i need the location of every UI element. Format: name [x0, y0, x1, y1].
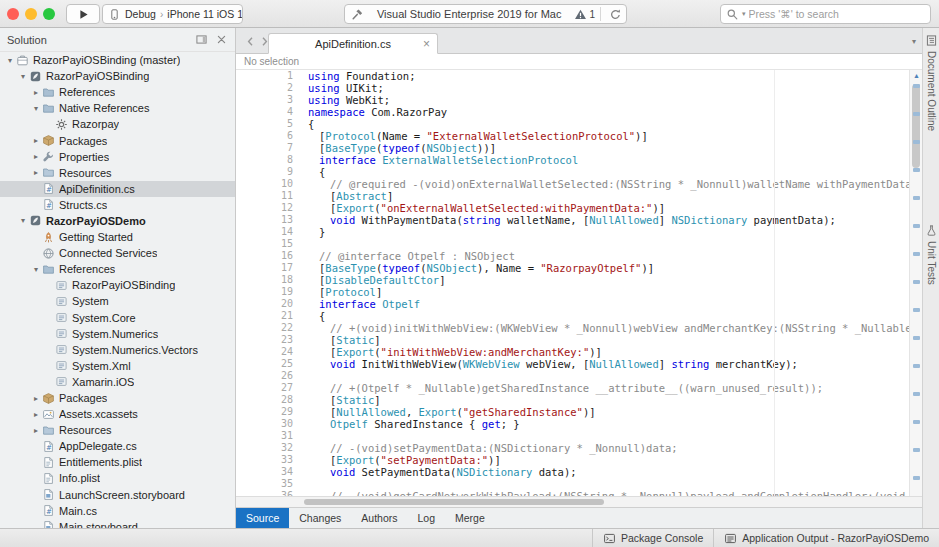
tree-item-system-xml[interactable]: System.Xml	[0, 358, 235, 374]
collapse-icon[interactable]: ▾	[30, 265, 42, 274]
line-number[interactable]: 10	[236, 178, 293, 190]
tree-item-razorpayiosbinding[interactable]: RazorPayiOSBinding	[0, 277, 235, 293]
tree-item-razorpay[interactable]: Razorpay	[0, 116, 235, 132]
code-line[interactable]: // -(void)setPaymentData:(NSDictionary *…	[308, 442, 909, 454]
line-number[interactable]: 15	[236, 238, 293, 250]
code-line[interactable]: }	[308, 226, 909, 238]
code-line[interactable]: using WebKit;	[308, 94, 909, 106]
line-number[interactable]: 32	[236, 442, 293, 454]
code-line[interactable]	[308, 370, 909, 382]
expand-icon[interactable]: ▸	[30, 394, 42, 403]
tree-item-xamarin-ios[interactable]: Xamarin.iOS	[0, 374, 235, 390]
tree-item-launchscreen-storyboard[interactable]: LaunchScreen.storyboard	[0, 487, 235, 503]
subtab-log[interactable]: Log	[408, 508, 446, 528]
tab-close-icon[interactable]: ×	[423, 37, 430, 51]
tree-item-packages[interactable]: ▸Packages	[0, 132, 235, 148]
horizontal-scrollbar-thumb[interactable]	[304, 499, 604, 505]
code-line[interactable]	[308, 478, 909, 490]
code-line[interactable]: [NullAllowed, Export("getSharedInstance"…	[308, 406, 909, 418]
code-line[interactable]: // +(Otpelf * _Nullable)getSharedInstanc…	[308, 382, 909, 394]
close-panel-icon[interactable]	[215, 33, 228, 46]
horizontal-scrollbar[interactable]	[236, 496, 922, 507]
tab-list-caret-icon[interactable]: ▾	[912, 37, 916, 46]
tree-item-references[interactable]: ▾References	[0, 261, 235, 277]
scroll-up-icon[interactable]: ▲	[913, 72, 920, 79]
expand-icon[interactable]: ▸	[30, 426, 42, 435]
line-number[interactable]: 7	[236, 142, 293, 154]
line-number[interactable]: 5	[236, 118, 293, 130]
expand-icon[interactable]: ▸	[30, 168, 42, 177]
line-number[interactable]: 17	[236, 262, 293, 274]
line-number[interactable]: 28	[236, 394, 293, 406]
expand-icon[interactable]: ▸	[30, 410, 42, 419]
code-line[interactable]: // @required -(void)onExternalWalletSele…	[308, 178, 909, 190]
tree-item-references[interactable]: ▸References	[0, 84, 235, 100]
code-line[interactable]: namespace Com.RazorPay	[308, 106, 909, 118]
code-line[interactable]: {	[308, 118, 909, 130]
subtab-changes[interactable]: Changes	[289, 508, 351, 528]
run-button[interactable]	[66, 4, 100, 24]
tree-item-entitlements-plist[interactable]: Entitlements.plist	[0, 454, 235, 470]
line-number[interactable]: 14	[236, 226, 293, 238]
window-close-button[interactable]	[7, 8, 19, 20]
code-line[interactable]: Otpelf SharedInstance { get; }	[308, 418, 909, 430]
dock-panel-icon[interactable]	[195, 33, 208, 46]
tree-item-system-numerics-vectors[interactable]: System.Numerics.Vectors	[0, 342, 235, 358]
tree-item-razorpayiosbinding-master[interactable]: ▾RazorPayiOSBinding (master)	[0, 52, 235, 68]
line-number[interactable]: 8	[236, 154, 293, 166]
window-minimize-button[interactable]	[25, 8, 37, 20]
rail-item-unit-tests[interactable]: Unit Tests	[923, 224, 939, 285]
code-line[interactable]: {	[308, 310, 909, 322]
line-number[interactable]: 9	[236, 166, 293, 178]
line-number[interactable]: 27	[236, 382, 293, 394]
updates-button[interactable]	[606, 8, 624, 21]
code-line[interactable]: [Export("onExternalWalletSelected:withPa…	[308, 202, 909, 214]
collapse-icon[interactable]: ▾	[17, 216, 29, 225]
code-line[interactable]: void WithPaymentData(string walletName, …	[308, 214, 909, 226]
run-configuration-selector[interactable]: Debug › iPhone 11 iOS 13.3	[102, 4, 243, 24]
code-line[interactable]: using UIKit;	[308, 82, 909, 94]
line-number[interactable]: 16	[236, 250, 293, 262]
code-line[interactable]	[308, 238, 909, 250]
subtab-authors[interactable]: Authors	[351, 508, 407, 528]
line-number[interactable]: 33	[236, 454, 293, 466]
tab-apidefinition[interactable]: ApiDefinition.cs ×	[268, 33, 438, 54]
expand-icon[interactable]: ▸	[30, 136, 42, 145]
code-lines[interactable]: using Foundation;using UIKit;using WebKi…	[308, 70, 909, 496]
warnings-button[interactable]: 1	[574, 8, 595, 21]
line-number[interactable]: 22	[236, 322, 293, 334]
tree-item-info-plist[interactable]: Info.plist	[0, 470, 235, 486]
code-line[interactable]: // @interface Otpelf : NSObject	[308, 250, 909, 262]
line-number[interactable]: 24	[236, 346, 293, 358]
navigate-back-icon[interactable]	[244, 35, 257, 48]
expand-icon[interactable]: ▸	[30, 88, 42, 97]
line-number-gutter[interactable]: 1234567891011121314151617181920212223242…	[236, 70, 300, 496]
code-line[interactable]: // +(void)initWithWebView:(WKWebView * _…	[308, 322, 909, 334]
code-line[interactable]: [Export("initWithWebView:andMerchantKey:…	[308, 346, 909, 358]
line-number[interactable]: 21	[236, 310, 293, 322]
collapse-icon[interactable]: ▾	[30, 104, 42, 113]
line-number[interactable]: 18	[236, 274, 293, 286]
code-line[interactable]: interface ExternalWalletSelectionProtoco…	[308, 154, 909, 166]
tree-item-system[interactable]: System	[0, 293, 235, 309]
code-line[interactable]: [BaseType(typeof(NSObject))]	[308, 142, 909, 154]
line-number[interactable]: 25	[236, 358, 293, 370]
tree-item-assets-xcassets[interactable]: ▸Assets.xcassets	[0, 406, 235, 422]
line-number[interactable]: 30	[236, 418, 293, 430]
tree-item-native-references[interactable]: ▾Native References	[0, 100, 235, 116]
expand-icon[interactable]: ▸	[30, 152, 42, 161]
window-zoom-button[interactable]	[43, 8, 55, 20]
line-number[interactable]: 12	[236, 202, 293, 214]
code-editor[interactable]: 1234567891011121314151617181920212223242…	[236, 70, 922, 496]
code-line[interactable]: interface Otpelf	[308, 298, 909, 310]
statusbar-package-console[interactable]: Package Console	[592, 529, 713, 547]
tree-item-connected-services[interactable]: Connected Services	[0, 245, 235, 261]
tree-item-resources[interactable]: ▸Resources	[0, 165, 235, 181]
vertical-scrollbar-thumb[interactable]	[912, 84, 920, 168]
line-number[interactable]: 3	[236, 94, 293, 106]
line-number[interactable]: 26	[236, 370, 293, 382]
tree-item-properties[interactable]: ▸Properties	[0, 149, 235, 165]
code-line[interactable]: [BaseType(typeof(NSObject), Name = "Razo…	[308, 262, 909, 274]
line-number[interactable]: 20	[236, 298, 293, 310]
line-number[interactable]: 23	[236, 334, 293, 346]
